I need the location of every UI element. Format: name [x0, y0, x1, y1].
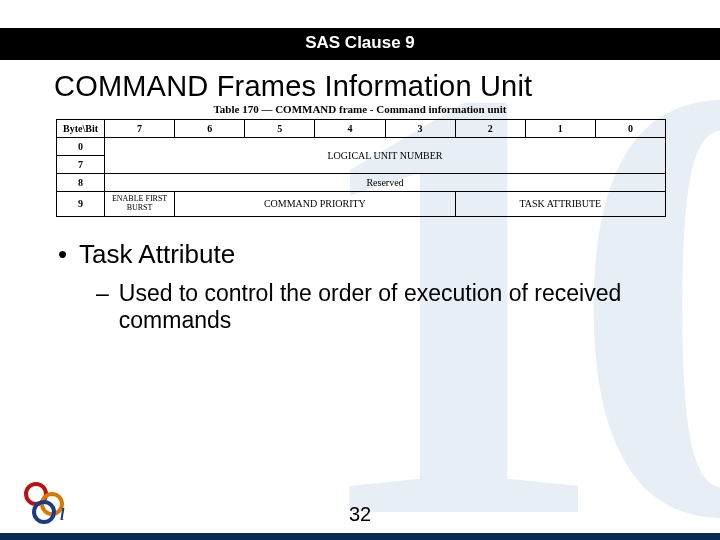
- bullet-level1: • Task Attribute: [58, 239, 666, 270]
- bit-0: 0: [595, 120, 665, 138]
- bit-2: 2: [455, 120, 525, 138]
- task-attribute-cell: TASK ATTRIBUTE: [455, 192, 665, 217]
- table-row: 9 ENABLE FIRST BURST COMMAND PRIORITY TA…: [57, 192, 666, 217]
- byte-7: 7: [57, 156, 105, 174]
- bit-1: 1: [525, 120, 595, 138]
- byte-9: 9: [57, 192, 105, 217]
- bit-3: 3: [385, 120, 455, 138]
- bit-7: 7: [105, 120, 175, 138]
- category-text: SAS Clause 9: [305, 33, 415, 52]
- table-row: 0 LOGICAL UNIT NUMBER: [57, 138, 666, 156]
- bullet2-text: Used to control the order of execution o…: [119, 280, 656, 334]
- bullet-level2: – Used to control the order of execution…: [96, 280, 656, 334]
- topbar-spacer: [0, 0, 720, 28]
- bit-4: 4: [315, 120, 385, 138]
- bullet-dot-icon: •: [58, 239, 67, 270]
- byte-0: 0: [57, 138, 105, 156]
- bullet-list: • Task Attribute – Used to control the o…: [0, 217, 720, 334]
- corner-cell: Byte\Bit: [57, 120, 105, 138]
- bit-6: 6: [175, 120, 245, 138]
- table-header-row: Byte\Bit 7 6 5 4 3 2 1 0: [57, 120, 666, 138]
- bottom-bar: [0, 533, 720, 540]
- bullet-dash-icon: –: [96, 280, 109, 307]
- page-number: 32: [0, 503, 720, 526]
- slide: 10 SAS Clause 9 COMMAND Frames Informati…: [0, 0, 720, 540]
- byte-8: 8: [57, 174, 105, 192]
- reserved-cell: Reserved: [105, 174, 666, 192]
- lun-cell: LOGICAL UNIT NUMBER: [105, 138, 666, 174]
- slide-title: COMMAND Frames Information Unit: [0, 60, 720, 105]
- content: SAS Clause 9 COMMAND Frames Information …: [0, 0, 720, 334]
- enable-first-burst-cell: ENABLE FIRST BURST: [105, 192, 175, 217]
- table-row: 8 Reserved: [57, 174, 666, 192]
- command-priority-cell: COMMAND PRIORITY: [175, 192, 456, 217]
- table-wrap: Byte\Bit 7 6 5 4 3 2 1 0 0 LOGICAL UNIT …: [0, 115, 720, 217]
- bit-5: 5: [245, 120, 315, 138]
- table-caption: Table 170 — COMMAND frame - Command info…: [0, 103, 720, 115]
- category-bar: SAS Clause 9: [0, 28, 720, 60]
- bullet1-text: Task Attribute: [79, 239, 235, 270]
- command-frame-table: Byte\Bit 7 6 5 4 3 2 1 0 0 LOGICAL UNIT …: [56, 119, 666, 217]
